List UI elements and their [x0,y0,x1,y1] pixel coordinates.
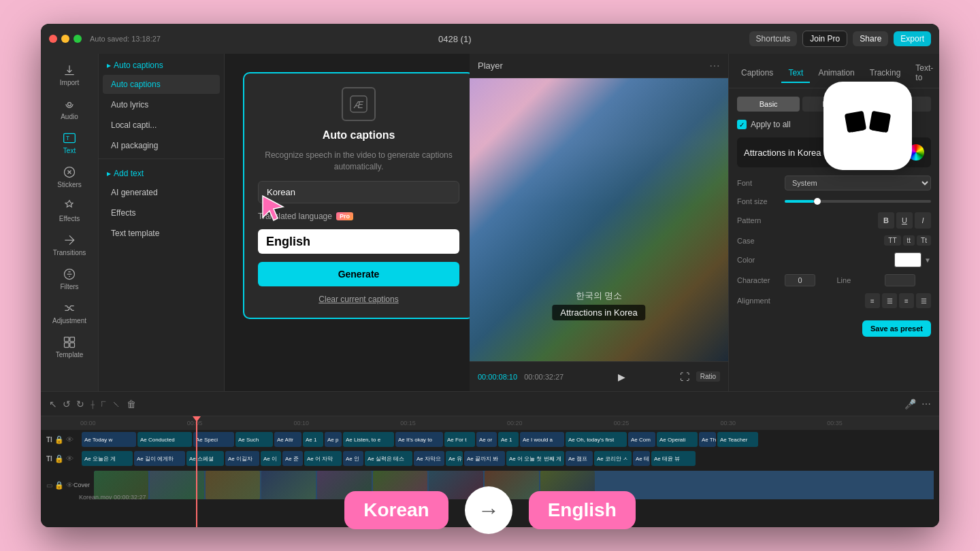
underline-button[interactable]: U [896,212,913,229]
video-eye[interactable]: 👁 [66,481,74,489]
toolbar-transitions[interactable]: Transitions [46,229,93,261]
tab-animation[interactable]: Animation [811,64,861,83]
clip-2-11[interactable]: Ae 유 [446,451,463,466]
split-right[interactable]: ⟍ [112,399,121,410]
clip-2-14[interactable]: Ae 캠프 [566,451,593,466]
line-input[interactable] [885,274,915,286]
tab-tracking[interactable]: Tracking [863,64,908,83]
clip-2-12[interactable]: Ae 끝까지 봐 [464,451,505,466]
italic-button[interactable]: I [915,212,931,229]
track-2-eye[interactable]: 👁 [66,454,74,463]
undo-button[interactable]: ↺ [63,399,71,410]
character-input[interactable] [785,274,815,286]
clip-2-1[interactable]: Ae 오늘은 게 [82,451,133,466]
split-button[interactable]: ⟊ [90,399,95,410]
toolbar-text[interactable]: T Text [46,127,93,158]
tab-text[interactable]: Text [781,64,810,83]
clip-2-3[interactable]: Ae 스페셜 [186,451,224,466]
clip-2-5[interactable]: Ae 이 [261,451,281,466]
tab-captions[interactable]: Captions [734,64,780,83]
clip-1-9[interactable]: Ae It's okay to [395,432,443,447]
translated-language-select[interactable]: English Spanish French [258,229,459,254]
clip-1-13[interactable]: Ae I would a [520,432,564,447]
play-button[interactable]: ▶ [618,371,625,382]
clip-1-2[interactable]: Ae Conducted [137,432,192,447]
join-pro-button[interactable]: Join Pro [802,31,847,47]
clip-1-10[interactable]: Ae For t [444,432,475,447]
toolbar-template[interactable]: Template [46,331,93,363]
clip-2-9[interactable]: Ae 실력은 테스 [365,451,412,466]
toolbar-audio[interactable]: Audio [46,93,93,124]
track-1-lock[interactable]: 🔒 [54,435,64,444]
clip-2-7[interactable]: Ae 어 자막 [304,451,342,466]
video-clip-main[interactable] [94,471,934,499]
tab-text-to[interactable]: Text-to [909,59,939,88]
clip-2-10[interactable]: Ae 자막으 [414,451,444,466]
clip-1-11[interactable]: Ae or [476,432,497,447]
clip-1-3[interactable]: Ae Speci [193,432,234,447]
minimize-button[interactable] [61,35,69,43]
apply-all-checkbox[interactable]: ✓ [737,120,747,129]
generate-button[interactable]: Generate [258,262,459,286]
maximize-button[interactable] [74,35,82,43]
color-picker[interactable] [894,252,921,267]
clip-1-8[interactable]: Ae Listen, to e [343,432,394,447]
split-left[interactable]: ⟌ [101,399,106,410]
close-button[interactable] [49,35,57,43]
clip-2-15[interactable]: Ae 코리안 ㅅ [594,451,632,466]
panel-item-local-capti[interactable]: Local capti... [103,116,220,135]
panel-item-effects[interactable]: Effects [103,203,220,222]
clip-1-4[interactable]: Ae Such [235,432,273,447]
toolbar-import[interactable]: Import [46,59,93,90]
clip-1-7[interactable]: Ae p [325,432,342,447]
panel-item-text-template[interactable]: Text template [103,224,220,243]
font-size-slider[interactable] [785,200,931,203]
style-basic[interactable]: Basic [737,97,800,112]
save-preset-button[interactable]: Save as preset [862,320,931,337]
select-tool[interactable]: ↖ [49,399,57,410]
lowercase-button[interactable]: tt [903,235,915,246]
export-button[interactable]: Export [894,31,931,46]
mic-button[interactable]: 🎤 [904,399,916,410]
clip-1-12[interactable]: Ae 1 [498,432,519,447]
bold-button[interactable]: B [878,212,894,229]
playhead[interactable] [196,416,197,527]
align-center-button[interactable]: ☰ [882,293,897,308]
toolbar-filters[interactable]: Filters [46,263,93,295]
track-2-lock[interactable]: 🔒 [54,454,64,463]
toolbar-stickers[interactable]: Stickers [46,161,93,193]
clear-captions-link[interactable]: Clear current captions [318,295,398,304]
panel-item-auto-lyrics[interactable]: Auto lyrics [103,95,220,114]
language-select[interactable]: Korean Japanese English [258,181,459,203]
panel-item-ai-generated[interactable]: AI generated [103,183,220,202]
shortcuts-button[interactable]: Shortcuts [749,31,798,46]
clip-1-18[interactable]: Ae Teacher [717,432,758,447]
toolbar-effects[interactable]: Effects [46,195,93,227]
clip-2-8[interactable]: Ae 인 [343,451,363,466]
toolbar-adjustment[interactable]: Adjustment [46,297,93,329]
clip-2-17[interactable]: Ae 태윤 뷰 [651,451,696,466]
font-select[interactable]: System [785,176,931,190]
color-dropdown-arrow[interactable]: ▼ [924,256,931,264]
share-button[interactable]: Share [853,31,888,46]
player-menu-icon[interactable]: ⋯ [709,59,720,72]
clip-1-5[interactable]: Ae Attr [274,432,301,447]
ratio-button[interactable]: Ratio [696,371,720,382]
clip-1-6[interactable]: Ae 1 [303,432,323,447]
clip-2-6[interactable]: Ae 준 [282,451,303,466]
titlecase-button[interactable]: Tt [917,235,931,246]
video-lock[interactable]: 🔒 [54,481,64,490]
clip-1-17[interactable]: Ae Th [699,432,716,447]
clip-1-14[interactable]: Ae Oh, today's first [566,432,627,447]
uppercase-button[interactable]: TT [884,235,900,246]
tl-options[interactable]: ⋯ [921,399,931,410]
clip-2-16[interactable]: Ae 테 [633,451,650,466]
clip-1-15[interactable]: Ae Com [628,432,655,447]
align-right-button[interactable]: ≡ [899,293,914,308]
clip-1-16[interactable]: Ae Operati [657,432,698,447]
fullscreen-button[interactable]: ⛶ [680,371,689,382]
clip-2-13[interactable]: Ae 어 오늘 첫 번째 게 [506,451,564,466]
panel-item-ai-packaging[interactable]: AI packaging [103,136,220,155]
panel-item-auto-captions[interactable]: Auto captions [103,75,220,94]
clip-2-4[interactable]: Ae 이길자 [225,451,259,466]
